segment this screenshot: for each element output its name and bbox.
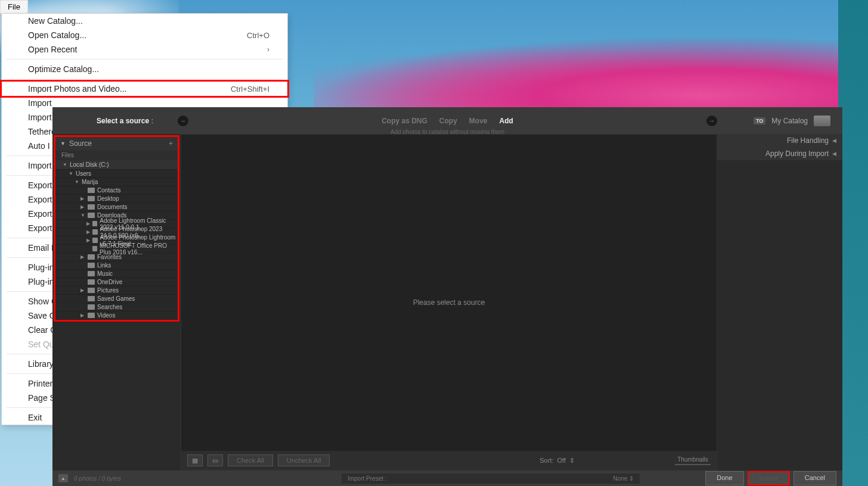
tree-music[interactable]: Music <box>55 270 178 278</box>
tree-saved-games[interactable]: Saved Games <box>55 295 178 303</box>
tree-onedrive[interactable]: OneDrive <box>55 278 178 286</box>
nav-arrow-right-icon[interactable]: → <box>178 116 188 126</box>
tree-users[interactable]: ▼Users <box>55 170 178 178</box>
expand-toggle-button[interactable]: ▲ <box>58 474 68 482</box>
menu-label: Import <box>28 161 52 170</box>
catalog-destination[interactable]: TO My Catalog <box>754 116 830 126</box>
preset-value: None ⇕ <box>613 475 634 482</box>
source-panel-highlighted: ▼ Source + Files ▼Local Disk (C:) ▼Users… <box>54 135 179 322</box>
file-menu-tab[interactable]: File <box>0 0 28 14</box>
folder-icon <box>88 254 95 260</box>
thumbnail-size-control[interactable]: Thumbnails <box>675 456 711 465</box>
menu-label: Optimize Catalog... <box>28 64 99 74</box>
uncheck-all-button[interactable]: Uncheck All <box>278 454 330 466</box>
import-dialog: Select a source → Copy as DNG Copy Move … <box>52 107 842 486</box>
folder-icon <box>88 313 95 318</box>
center-toolbar: ▦ ▭ Check All Uncheck All Sort: Off ⇕ Th… <box>181 451 717 470</box>
select-source-label[interactable]: Select a source <box>97 117 153 125</box>
done-button[interactable]: Done <box>705 471 743 485</box>
tree-links[interactable]: Links <box>55 261 178 270</box>
loupe-view-button[interactable]: ▭ <box>207 454 223 466</box>
menu-new-catalog[interactable]: New Catalog... <box>2 14 287 28</box>
tree-label: Music <box>97 270 113 277</box>
menu-open-catalog[interactable]: Open Catalog...Ctrl+O <box>2 28 287 42</box>
import-bottom-bar: ▲ 0 photos / 0 bytes Import Preset : Non… <box>52 471 842 486</box>
hard-drive-icon <box>814 116 830 126</box>
mode-move[interactable]: Move <box>469 117 488 125</box>
tree-label: Marija <box>82 179 98 185</box>
grid-view-button[interactable]: ▦ <box>187 454 203 466</box>
import-button[interactable]: Import <box>748 471 790 485</box>
tree-searches[interactable]: Searches <box>55 303 178 311</box>
menu-label: Export <box>28 223 52 233</box>
menu-import-photos[interactable]: Import Photos and Video...Ctrl+Shift+I <box>0 80 289 98</box>
plus-icon[interactable]: + <box>169 139 173 148</box>
triangle-down-icon: ▼ <box>75 179 79 185</box>
tree-documents[interactable]: ▶Documents <box>55 203 178 211</box>
center-preview-panel: Please select a source ▦ ▭ Check All Unc… <box>181 134 717 471</box>
menu-label: Import Photos and Video... <box>28 84 127 94</box>
tree-videos[interactable]: ▶Videos <box>55 311 178 320</box>
mode-add[interactable]: Add <box>500 117 513 125</box>
menu-label: Import <box>28 98 52 108</box>
folder-icon <box>88 263 95 268</box>
menu-label: Export <box>28 195 52 204</box>
folder-icon <box>92 246 97 251</box>
teal-wall-decoration <box>838 0 868 486</box>
dropdown-icon: ⇕ <box>569 457 575 465</box>
triangle-right-icon: ▶ <box>80 288 85 293</box>
triangle-down-icon: ▼ <box>69 171 73 176</box>
menu-label: Exit <box>28 413 42 422</box>
mode-copy-dng[interactable]: Copy as DNG <box>382 117 427 125</box>
tree-label: Desktop <box>97 195 119 202</box>
folder-icon <box>92 229 98 235</box>
tree-desktop[interactable]: ▶Desktop <box>55 195 178 203</box>
folder-icon <box>88 288 95 293</box>
tree-user[interactable]: ▼Marija <box>55 178 178 186</box>
menu-open-recent[interactable]: Open Recent› <box>2 42 287 57</box>
preset-label: Import Preset : <box>348 475 387 482</box>
catalog-name: My Catalog <box>771 117 808 125</box>
tree-label: Pictures <box>97 287 119 294</box>
tree-label: Users <box>76 170 91 177</box>
source-panel-header[interactable]: ▼ Source + <box>55 137 178 150</box>
menu-label: Import <box>28 113 52 122</box>
tree-label: Local Disk (C:) <box>70 161 109 168</box>
tree-label: Contacts <box>97 187 120 194</box>
import-body: ▼ Source + Files ▼Local Disk (C:) ▼Users… <box>52 134 842 471</box>
menu-label: Tethere <box>28 127 56 136</box>
check-all-button[interactable]: Check All <box>228 454 273 466</box>
sort-control[interactable]: Sort: Off ⇕ <box>540 457 575 465</box>
tree-label: Favorites <box>97 254 122 260</box>
menu-label: Save Q <box>28 311 56 320</box>
panel-title: Apply During Import <box>765 149 829 158</box>
menu-label: Open Recent <box>28 45 78 54</box>
thumbnail-slider[interactable] <box>675 464 711 465</box>
tree-label: Searches <box>97 304 122 310</box>
tree-contacts[interactable]: Contacts <box>55 186 178 195</box>
nav-arrow-right-icon[interactable]: → <box>706 116 717 126</box>
menu-label: Export. <box>28 180 54 190</box>
apply-during-import-panel[interactable]: Apply During Import ◀ <box>717 147 842 160</box>
file-handling-panel[interactable]: File Handling ◀ <box>717 134 842 147</box>
tree-download-item[interactable]: MICROSOFT Office PRO Plus 2016 v16... <box>55 245 178 253</box>
triangle-right-icon: ▶ <box>86 238 90 243</box>
triangle-down-icon: ▼ <box>63 162 67 167</box>
tree-pictures[interactable]: ▶Pictures <box>55 286 178 295</box>
tree-label: Videos <box>97 312 115 319</box>
triangle-right-icon: ▶ <box>86 229 90 235</box>
mode-copy[interactable]: Copy <box>439 117 457 125</box>
triangle-right-icon: ▶ <box>80 254 85 260</box>
menu-label: Library <box>28 359 54 369</box>
tree-label: Links <box>97 262 111 269</box>
triangle-right-icon: ▶ <box>80 313 85 318</box>
menu-label: Export <box>28 209 52 219</box>
import-preset-selector[interactable]: Import Preset : None ⇕ <box>342 473 640 484</box>
folder-icon <box>92 238 98 243</box>
folder-icon <box>88 279 95 285</box>
menu-shortcut: Ctrl+Shift+I <box>231 85 269 94</box>
menu-optimize-catalog[interactable]: Optimize Catalog... <box>2 62 287 76</box>
tree-local-disk[interactable]: ▼Local Disk (C:) <box>55 160 178 170</box>
right-panel: File Handling ◀ Apply During Import ◀ <box>717 134 842 471</box>
cancel-button[interactable]: Cancel <box>793 471 836 485</box>
